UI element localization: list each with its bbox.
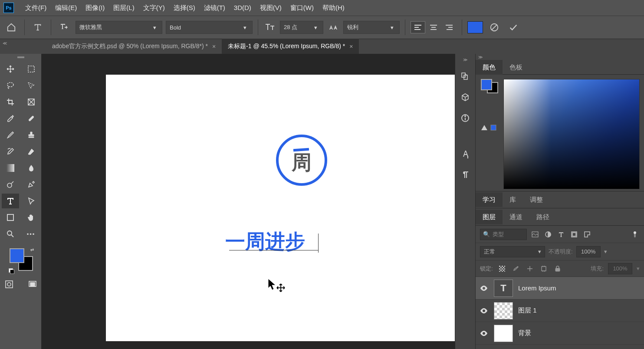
menu-window[interactable]: 窗口(W) (286, 0, 318, 16)
visibility-toggle[interactable] (480, 286, 489, 291)
chevron-down-icon[interactable]: ▾ (604, 248, 607, 255)
healing-tool[interactable] (23, 111, 40, 126)
visibility-toggle[interactable] (480, 308, 489, 313)
eraser-tool[interactable] (23, 144, 40, 159)
paragraph-panel-button[interactable] (458, 168, 472, 181)
stamp-tool[interactable] (23, 128, 40, 142)
text-layer-content[interactable]: 一周进步 (225, 228, 305, 255)
color-spectrum[interactable] (503, 79, 640, 189)
font-family-combo[interactable]: 微软雅黑 ▾ (76, 21, 162, 34)
canvas-area[interactable]: 周 一周进步 (42, 54, 455, 349)
tool-preset-type-icon[interactable] (30, 20, 46, 35)
foreground-color[interactable] (10, 248, 24, 263)
filter-smart-icon[interactable] (582, 230, 592, 239)
gradient-tool[interactable] (2, 161, 19, 175)
chevron-down-icon[interactable]: ▾ (637, 265, 640, 272)
lasso-tool[interactable] (2, 78, 19, 93)
close-icon[interactable]: × (349, 43, 353, 50)
foreground-background-colors[interactable]: ⇄ (9, 247, 33, 273)
lock-pixels-icon[interactable] (497, 264, 507, 273)
hand-tool[interactable] (23, 210, 40, 225)
type-tool[interactable] (2, 194, 19, 208)
document-tab[interactable]: adobe官方示例文档.psd @ 50% (Lorem Ipsum, RGB/… (46, 39, 222, 54)
layer-name[interactable]: Lorem Ipsum (518, 284, 556, 292)
tab-adjustments[interactable]: 调整 (523, 192, 550, 207)
lock-all-icon[interactable] (553, 264, 562, 273)
blend-mode-combo[interactable]: 正常 ▾ (480, 246, 545, 257)
character-panel-button[interactable] (458, 147, 472, 161)
tab-learn[interactable]: 学习 (476, 192, 503, 207)
layer-thumbnail[interactable] (494, 302, 513, 319)
fill-input[interactable]: 100% (608, 263, 632, 274)
tab-paths[interactable]: 路径 (529, 210, 556, 224)
quick-mask-button[interactable] (0, 277, 18, 292)
shape-tool[interactable] (2, 210, 19, 225)
info-panel-button[interactable] (458, 111, 472, 125)
align-left-button[interactable] (411, 21, 425, 33)
menu-view[interactable]: 视图(V) (256, 0, 286, 16)
tab-color[interactable]: 颜色 (476, 60, 503, 75)
close-icon[interactable]: × (212, 43, 216, 50)
text-orientation-button[interactable] (56, 20, 72, 35)
filter-pixel-icon[interactable] (530, 230, 540, 239)
panel-handle-icon[interactable]: ≪ (3, 41, 7, 46)
lock-position-icon[interactable] (525, 264, 535, 273)
move-tool[interactable] (2, 62, 19, 76)
layer-row[interactable]: 背景 (476, 322, 644, 345)
panel-handle-icon[interactable]: ≫ (476, 54, 644, 60)
menu-file[interactable]: 文件(F) (21, 0, 51, 16)
layer-thumbnail[interactable] (494, 325, 513, 342)
menu-edit[interactable]: 编辑(E) (51, 0, 81, 16)
path-select-tool[interactable] (23, 194, 40, 208)
layer-thumbnail[interactable]: T (494, 280, 513, 297)
history-panel-button[interactable] (458, 69, 472, 83)
zoom-tool[interactable] (2, 227, 19, 241)
tab-libraries[interactable]: 库 (503, 192, 523, 207)
font-weight-combo[interactable]: Bold ▾ (166, 21, 253, 34)
menu-filter[interactable]: 滤镜(T) (200, 0, 230, 16)
eyedropper-tool[interactable] (2, 111, 19, 126)
layer-name[interactable]: 图层 1 (518, 306, 537, 315)
layer-row[interactable]: 图层 1 (476, 300, 644, 322)
layer-filter-type[interactable]: 🔍 类型 (480, 229, 527, 240)
swap-colors-icon[interactable]: ⇄ (30, 247, 34, 252)
more-tools[interactable]: ••• (23, 227, 40, 241)
history-brush-tool[interactable] (2, 144, 19, 159)
crop-tool[interactable] (2, 95, 19, 109)
filter-toggle[interactable] (630, 230, 640, 239)
dodge-tool[interactable] (2, 177, 19, 192)
menu-image[interactable]: 图像(I) (81, 0, 109, 16)
pen-tool[interactable] (23, 177, 40, 192)
document-canvas[interactable]: 周 一周进步 (106, 75, 455, 341)
font-size-combo[interactable]: 28 点 ▾ (280, 21, 323, 34)
tab-swatches[interactable]: 色板 (503, 60, 529, 75)
color-panel-fgbg[interactable] (481, 79, 498, 102)
antialias-combo[interactable]: 锐利 ▾ (343, 21, 400, 34)
default-colors-icon[interactable] (9, 268, 14, 273)
cancel-button[interactable] (486, 20, 502, 35)
layer-row[interactable]: T Lorem Ipsum (476, 277, 644, 300)
menu-3d[interactable]: 3D(D) (230, 0, 256, 16)
websafe-warning-icon[interactable] (490, 125, 496, 131)
marquee-tool[interactable] (23, 62, 40, 76)
align-right-button[interactable] (442, 21, 457, 33)
menu-layer[interactable]: 图层(L) (109, 0, 138, 16)
lock-brush-icon[interactable] (511, 264, 521, 273)
menu-select[interactable]: 选择(S) (169, 0, 200, 16)
visibility-toggle[interactable] (480, 331, 489, 336)
commit-button[interactable] (506, 20, 521, 35)
brush-tool[interactable] (2, 128, 19, 142)
blur-tool[interactable] (23, 161, 40, 175)
filter-type-icon[interactable] (556, 230, 566, 239)
menu-help[interactable]: 帮助(H) (318, 0, 349, 16)
foreground-color[interactable] (481, 79, 492, 90)
lock-artboard-icon[interactable] (539, 264, 549, 273)
filter-adjust-icon[interactable] (543, 230, 553, 239)
home-button[interactable] (3, 20, 19, 35)
document-tab[interactable]: 未标题-1 @ 45.5% (Lorem Ipsum, RGB/8) * × (222, 39, 359, 54)
filter-shape-icon[interactable] (569, 230, 579, 239)
panel-handle-icon[interactable]: ≫ (463, 57, 467, 63)
panel-handle-icon[interactable] (17, 56, 24, 58)
tab-layers[interactable]: 图层 (476, 210, 503, 224)
gamut-warning-icon[interactable] (481, 125, 488, 131)
